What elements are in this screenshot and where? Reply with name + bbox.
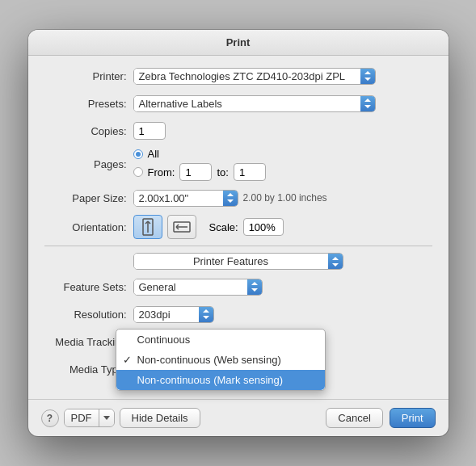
printer-features-value: Printer Features bbox=[134, 254, 328, 269]
scale-input[interactable]: 100% bbox=[243, 218, 284, 236]
feature-sets-value: General bbox=[134, 279, 247, 295]
pages-row: Pages: All From: 1 to bbox=[44, 148, 432, 181]
print-dialog: Print Printer: Zebra Technologies ZTC ZD… bbox=[28, 30, 449, 436]
arrow-down-icon bbox=[203, 316, 209, 319]
presets-select[interactable]: Alternative Labels bbox=[133, 95, 376, 112]
arrow-up-icon bbox=[251, 282, 258, 285]
separator-1 bbox=[44, 246, 432, 246]
pages-to-label: to: bbox=[217, 166, 228, 178]
feature-sets-arrow[interactable] bbox=[247, 279, 262, 295]
copies-label: Copies: bbox=[44, 125, 133, 137]
scale-label: Scale: bbox=[209, 221, 238, 233]
footer: ? PDF Hide Details Cancel Print bbox=[28, 399, 449, 436]
dropdown-item-continuous[interactable]: Continuous bbox=[116, 330, 325, 350]
feature-sets-label: Feature Sets: bbox=[44, 281, 133, 293]
arrow-down-icon bbox=[332, 263, 339, 267]
pages-control: All From: 1 to: 1 bbox=[133, 148, 432, 181]
printer-arrow[interactable] bbox=[360, 69, 375, 84]
pages-range-radio[interactable] bbox=[133, 167, 143, 177]
hide-details-button[interactable]: Hide Details bbox=[120, 408, 200, 428]
resolution-value: 203dpi bbox=[134, 307, 199, 322]
arrow-up-icon bbox=[227, 193, 234, 196]
dropdown-item-web-sensing[interactable]: Non-continuous (Web sensing) bbox=[116, 350, 325, 370]
dialog-title: Print bbox=[226, 36, 251, 48]
resolution-label: Resolution: bbox=[44, 309, 133, 321]
chevron-down-icon bbox=[103, 416, 110, 420]
presets-row: Presets: Alternative Labels bbox=[44, 93, 432, 114]
orientation-control: Scale: 100% bbox=[133, 215, 432, 239]
portrait-icon bbox=[141, 218, 155, 236]
pages-all-label: All bbox=[148, 148, 159, 160]
paper-size-label: Paper Size: bbox=[44, 192, 133, 204]
presets-label: Presets: bbox=[44, 98, 133, 110]
pages-label: Pages: bbox=[44, 158, 133, 170]
pages-all-radio[interactable] bbox=[133, 149, 143, 159]
footer-left: ? PDF Hide Details bbox=[41, 408, 200, 428]
arrow-down-icon bbox=[364, 105, 371, 108]
pages-radio-group: All From: 1 to: 1 bbox=[133, 148, 266, 181]
presets-value: Alternative Labels bbox=[134, 96, 360, 111]
paper-size-control: 2.00x1.00" 2.00 by 1.00 inches bbox=[133, 190, 432, 207]
arrow-down-icon bbox=[227, 199, 234, 203]
feature-sets-select[interactable]: General bbox=[133, 279, 263, 296]
printer-label: Printer: bbox=[44, 70, 133, 82]
arrow-down-icon bbox=[251, 288, 258, 292]
presets-arrow[interactable] bbox=[360, 96, 375, 111]
copies-control: 1 bbox=[133, 122, 432, 140]
orientation-landscape-button[interactable] bbox=[167, 215, 196, 239]
feature-sets-control: General bbox=[133, 279, 432, 296]
printer-row: Printer: Zebra Technologies ZTC ZD410-20… bbox=[44, 65, 432, 86]
resolution-control: 203dpi bbox=[133, 306, 432, 323]
resolution-arrow[interactable] bbox=[199, 307, 213, 322]
paper-size-value: 2.00x1.00" bbox=[134, 191, 223, 206]
paper-size-arrow[interactable] bbox=[223, 191, 238, 206]
cancel-button[interactable]: Cancel bbox=[326, 408, 382, 428]
orientation-row: Orientation: bbox=[44, 215, 432, 239]
help-button[interactable]: ? bbox=[41, 409, 59, 427]
dropdown-item-mark-sensing[interactable]: Non-continuous (Mark sensing) bbox=[116, 370, 325, 390]
pdf-main-button[interactable]: PDF bbox=[65, 409, 99, 426]
arrow-up-icon bbox=[332, 257, 339, 260]
printer-features-select[interactable]: Printer Features bbox=[133, 253, 343, 270]
printer-features-section: Printer Features bbox=[44, 253, 432, 270]
print-button[interactable]: Print bbox=[390, 408, 436, 428]
pages-range-row: From: 1 to: 1 bbox=[133, 163, 266, 181]
copies-input[interactable]: 1 bbox=[133, 122, 166, 140]
printer-value: Zebra Technologies ZTC ZD410-203dpi ZPL bbox=[134, 69, 360, 84]
printer-features-arrow[interactable] bbox=[328, 254, 343, 269]
pages-all-row: All bbox=[133, 148, 266, 160]
radio-dot bbox=[136, 152, 141, 157]
paper-size-select[interactable]: 2.00x1.00" bbox=[133, 190, 238, 207]
pdf-arrow-button[interactable] bbox=[99, 409, 114, 426]
footer-right: Cancel Print bbox=[326, 408, 435, 428]
pdf-button-group: PDF bbox=[64, 409, 115, 427]
pages-from-input[interactable]: 1 bbox=[179, 163, 212, 181]
resolution-select[interactable]: 203dpi bbox=[133, 306, 214, 323]
arrow-up-icon bbox=[203, 309, 209, 313]
arrow-up-icon bbox=[364, 71, 371, 74]
resolution-row: Resolution: 203dpi bbox=[44, 304, 432, 325]
arrow-up-icon bbox=[364, 99, 371, 102]
arrow-down-icon bbox=[364, 78, 371, 81]
titlebar: Print bbox=[28, 30, 449, 56]
pages-from-label: From: bbox=[148, 166, 175, 178]
landscape-icon bbox=[173, 220, 191, 234]
printer-control: Zebra Technologies ZTC ZD410-203dpi ZPL bbox=[133, 68, 432, 85]
orientation-label: Orientation: bbox=[44, 221, 133, 233]
paper-size-row: Paper Size: 2.00x1.00" 2.00 by 1.00 inch… bbox=[44, 187, 432, 208]
paper-size-description: 2.00 by 1.00 inches bbox=[243, 192, 327, 204]
pages-to-input[interactable]: 1 bbox=[234, 163, 266, 181]
orientation-portrait-button[interactable] bbox=[133, 215, 162, 239]
media-tracking-dropdown: Continuous Non-continuous (Web sensing) … bbox=[116, 329, 326, 391]
presets-control: Alternative Labels bbox=[133, 95, 432, 112]
copies-row: Copies: 1 bbox=[44, 120, 432, 141]
printer-select[interactable]: Zebra Technologies ZTC ZD410-203dpi ZPL bbox=[133, 68, 376, 85]
feature-sets-row: Feature Sets: General bbox=[44, 276, 432, 297]
